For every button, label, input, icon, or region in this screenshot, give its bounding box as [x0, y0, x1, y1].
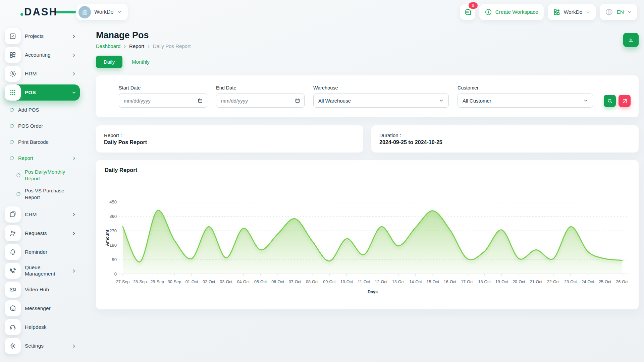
- svg-text:24-Oct: 24-Oct: [582, 280, 594, 284]
- page-title: Manage Pos: [96, 30, 191, 41]
- download-icon: [628, 37, 634, 43]
- title-block: Manage Pos Dashboard › Report › Daily Po…: [96, 30, 191, 49]
- customer-group: Customer All Customer: [458, 85, 593, 108]
- warehouse-select[interactable]: All Warehouse: [313, 94, 449, 108]
- requests-icon: [5, 225, 21, 241]
- chevron-down-icon: [439, 98, 444, 103]
- sidebar-item-helpdesk[interactable]: Helpdesk: [5, 319, 80, 335]
- sidebar-item-pos-daily-monthly-report[interactable]: Pos Daily/Monthly Report: [5, 168, 87, 183]
- create-workspace-button[interactable]: Create Workspace: [479, 4, 544, 20]
- sidebar-item-pos[interactable]: POS: [5, 84, 80, 101]
- start-date-field[interactable]: [119, 94, 207, 108]
- customer-select[interactable]: All Customer: [458, 94, 593, 108]
- svg-text:18-Oct: 18-Oct: [478, 280, 491, 284]
- search-button[interactable]: [604, 95, 616, 107]
- svg-text:270: 270: [109, 228, 117, 233]
- sidebar-item-label: HRM: [25, 71, 71, 77]
- sidebar-item-projects[interactable]: Projects: [5, 28, 80, 44]
- workdo-menu[interactable]: WorkDo: [548, 4, 596, 20]
- sidebar-item-label: Messenger: [25, 305, 80, 312]
- warehouse-value: All Warehouse: [318, 98, 351, 104]
- crm-icon: [5, 206, 21, 223]
- chevron-right-icon: [71, 71, 76, 76]
- sidebar: Projects Accounting HRM: [0, 24, 89, 362]
- sidebar-item-settings[interactable]: Settings: [5, 338, 80, 354]
- chart-body: 09018027036045027-Sep28-Sep29-Sep30-Sep0…: [96, 179, 639, 297]
- chevron-down-icon: [117, 10, 122, 14]
- sidebar-subitem-label: Add POS: [18, 107, 39, 113]
- chevron-right-icon: [71, 34, 76, 39]
- sidebar-item-messenger[interactable]: Messenger: [5, 300, 80, 316]
- start-date-label: Start Date: [119, 85, 207, 90]
- sidebar-item-requests[interactable]: Requests: [5, 225, 80, 241]
- sidebar-item-print-barcode[interactable]: Print Barcode: [5, 135, 80, 149]
- svg-text:26-Oct: 26-Oct: [616, 280, 629, 284]
- report-summary-card: Report : Daily Pos Report: [96, 125, 363, 153]
- calendar-icon: [295, 98, 300, 103]
- sidebar-item-accounting[interactable]: Accounting: [5, 47, 80, 63]
- chevron-right-icon: ›: [124, 43, 126, 49]
- breadcrumb-dashboard[interactable]: Dashboard: [96, 43, 120, 49]
- main-content: Manage Pos Dashboard › Report › Daily Po…: [96, 24, 639, 309]
- customer-value: All Customer: [463, 98, 491, 104]
- sidebar-item-hrm[interactable]: HRM: [5, 66, 80, 82]
- reset-filter-button[interactable]: [619, 95, 631, 107]
- svg-text:29-Sep: 29-Sep: [151, 280, 164, 284]
- sidebar-item-label: Accounting: [25, 52, 71, 58]
- workspace-name: WorkDo: [94, 9, 114, 15]
- breadcrumb-report[interactable]: Report: [129, 43, 144, 49]
- top-header: DASH WorkDo 0: [0, 0, 644, 24]
- svg-text:02-Oct: 02-Oct: [203, 280, 215, 284]
- calendar-icon: [198, 98, 203, 103]
- end-date-input[interactable]: [220, 98, 295, 104]
- messenger-icon: [5, 300, 21, 316]
- end-date-group: End Date: [216, 85, 305, 108]
- messages-button[interactable]: 0: [460, 4, 475, 20]
- chevron-right-icon: [72, 156, 77, 161]
- sidebar-item-label: Settings: [25, 343, 71, 349]
- duration-label: Duration :: [379, 132, 631, 138]
- download-report-button[interactable]: [623, 33, 639, 47]
- svg-text:11-Oct: 11-Oct: [358, 280, 370, 284]
- sidebar-item-label: Helpdesk: [25, 324, 80, 330]
- sidebar-item-queue-management[interactable]: Queue Management: [5, 263, 80, 279]
- settings-icon: [5, 338, 21, 354]
- end-date-field[interactable]: [216, 94, 305, 108]
- svg-text:10-Oct: 10-Oct: [340, 280, 353, 284]
- sidebar-item-pos-order[interactable]: POS Order: [5, 119, 80, 133]
- create-workspace-label: Create Workspace: [495, 9, 538, 15]
- header-actions: 0 Create Workspace WorkDo: [460, 4, 637, 20]
- sidebar-item-reminder[interactable]: Reminder: [5, 244, 80, 260]
- projects-icon: [5, 28, 21, 44]
- svg-text:15-Oct: 15-Oct: [426, 280, 439, 284]
- svg-text:23-Oct: 23-Oct: [564, 280, 577, 284]
- end-date-label: End Date: [216, 85, 305, 90]
- sidebar-item-add-pos[interactable]: Add POS: [5, 103, 80, 117]
- accounting-icon: [5, 47, 21, 63]
- duration-summary-card: Duration : 2024-09-25 to 2024-10-25: [371, 125, 639, 153]
- svg-text:17-Oct: 17-Oct: [461, 280, 474, 284]
- svg-text:180: 180: [109, 243, 117, 248]
- sidebar-item-label: Video Hub: [25, 287, 80, 293]
- sidebar-item-report[interactable]: Report: [5, 152, 80, 165]
- language-selector[interactable]: EN: [600, 4, 637, 20]
- sidebar-item-crm[interactable]: CRM: [5, 206, 80, 223]
- chevron-right-icon: [71, 231, 76, 236]
- tab-daily[interactable]: Daily: [96, 56, 122, 68]
- title-row: Manage Pos Dashboard › Report › Daily Po…: [96, 30, 639, 49]
- sidebar-subitem-label: Pos VS Purchase Report: [25, 187, 75, 201]
- sidebar-item-video-hub[interactable]: Video Hub: [5, 282, 80, 298]
- logo-text: DASH: [24, 6, 58, 18]
- bullet-icon: [9, 139, 15, 145]
- sidebar-item-pos-vs-purchase-report[interactable]: Pos VS Purchase Report: [5, 186, 87, 202]
- chart-title: Daily Report: [96, 160, 639, 179]
- svg-text:0: 0: [114, 271, 117, 276]
- chevron-right-icon: [71, 268, 76, 274]
- start-date-input[interactable]: [123, 98, 198, 104]
- svg-text:22-Oct: 22-Oct: [547, 280, 560, 284]
- duration-value: 2024-09-25 to 2024-10-25: [379, 139, 631, 145]
- tab-monthly[interactable]: Monthly: [127, 56, 154, 68]
- report-value: Daily Pos Report: [104, 139, 355, 145]
- summary-row: Report : Daily Pos Report Duration : 202…: [96, 125, 639, 153]
- workspace-selector[interactable]: WorkDo: [76, 4, 128, 20]
